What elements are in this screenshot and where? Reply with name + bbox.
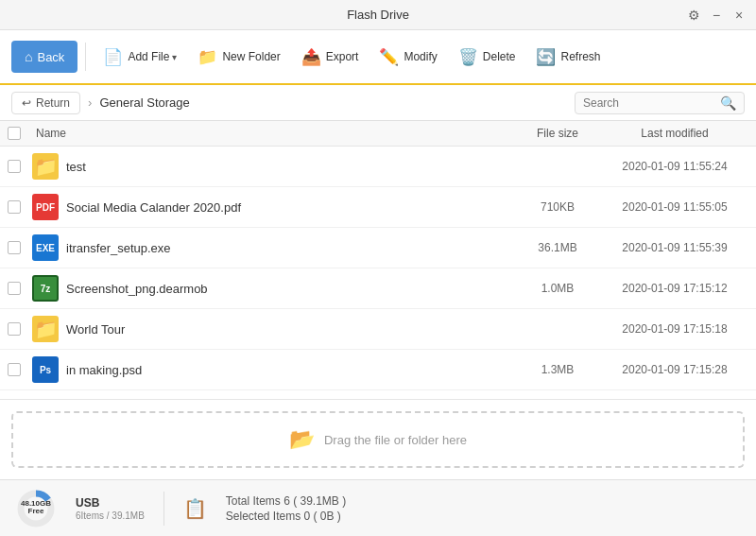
status-info-icon: 📋 [183,497,207,520]
status-bar: 48.10GB Free USB 6Items / 39.1MB 📋 Total… [0,479,756,536]
file-name: Social Media Calander 2020.pdf [66,200,241,215]
return-button[interactable]: ↩ Return [11,92,80,114]
home-icon: ⌂ [25,49,32,64]
row-checkbox[interactable] [8,160,21,173]
file-icon: PDF [32,194,59,220]
drag-label: Drag the file or folder here [324,433,467,447]
delete-button[interactable]: 🗑️ Delete [449,43,525,72]
table-row[interactable]: 📁 test 2020-01-09 11:55:24 [0,147,756,187]
refresh-button[interactable]: 🔄 Refresh [526,43,610,72]
modify-button[interactable]: ✏️ Modify [369,43,446,72]
file-name: in making.psd [66,363,142,377]
file-modified: 2020-01-09 11:55:05 [605,200,756,214]
table-row[interactable]: 📁 World Tour 2020-01-09 17:15:18 [0,309,756,350]
export-button[interactable]: 📤 Export [292,43,369,72]
breadcrumb-path: General Storage [99,95,189,110]
file-rows: 📁 test 2020-01-09 11:55:24 PDF Social Me… [0,147,756,390]
table-row[interactable]: EXE itransfer_setup.exe 36.1MB 2020-01-0… [0,228,756,268]
toolbar-separator [85,43,86,71]
nav-bar: ↩ Return › General Storage 🔍 [0,85,756,121]
file-icon: EXE [32,234,59,261]
add-file-button[interactable]: 📄 Add File ▾ [94,43,186,72]
file-size: 1.0MB [510,282,605,295]
file-modified: 2020-01-09 17:15:12 [605,282,756,295]
file-modified: 2020-01-09 17:15:28 [605,363,756,376]
row-checkbox[interactable] [8,322,21,336]
select-all-checkbox[interactable] [8,127,21,140]
table-header: Name File size Last modified [0,121,756,147]
file-name: itransfer_setup.exe [66,241,171,255]
delete-icon: 🗑️ [458,47,478,67]
search-icon: 🔍 [720,95,736,111]
new-folder-icon: 📁 [198,47,217,67]
table-row[interactable]: 7z Screenshot_png.dearmob 1.0MB 2020-01-… [0,268,756,309]
minimize-icon[interactable]: − [709,8,724,23]
file-table-container: Name File size Last modified 📁 test 2020… [0,121,756,399]
title-bar: Flash Drive ⚙ − × [0,0,756,30]
breadcrumb-separator: › [88,95,92,110]
row-checkbox[interactable] [8,282,21,295]
add-file-icon: 📄 [103,47,123,67]
refresh-icon: 🔄 [536,47,556,67]
toolbar: ⌂ Back 📄 Add File ▾ 📁 New Folder 📤 Expor… [0,30,756,85]
file-name: Screenshot_png.dearmob [66,282,208,296]
drag-folder-icon: 📂 [289,427,315,452]
dropdown-arrow-icon: ▾ [172,52,177,62]
drag-inner[interactable]: 📂 Drag the file or folder here [11,411,745,468]
toolbar-actions: 📄 Add File ▾ 📁 New Folder 📤 Export ✏️ Mo… [94,43,745,72]
total-items: Total Items 6 ( 39.1MB ) [226,494,346,508]
file-icon: 📁 [32,153,59,180]
disk-size-label: 48.10GB Free [21,500,51,517]
file-icon: 7z [32,275,59,302]
modify-icon: ✏️ [379,47,399,67]
disk-usage-chart: 48.10GB Free [15,488,57,529]
new-folder-button[interactable]: 📁 New Folder [188,43,289,72]
file-name: test [66,160,86,174]
file-size: 710KB [510,200,605,214]
row-checkbox[interactable] [8,363,21,376]
column-header-size: File size [510,127,605,140]
search-box[interactable]: 🔍 [575,92,745,114]
drag-zone: 📂 Drag the file or folder here [0,399,756,479]
status-separator [163,492,164,526]
file-size: 1.3MB [510,363,605,376]
file-size: 36.1MB [510,241,605,254]
window-controls: ⚙ − × [686,8,747,23]
row-checkbox[interactable] [8,200,21,214]
table-row[interactable]: Ps in making.psd 1.3MB 2020-01-09 17:15:… [0,350,756,390]
table-row[interactable]: PDF Social Media Calander 2020.pdf 710KB… [0,187,756,228]
app-title: Flash Drive [347,8,409,22]
file-name: World Tour [66,322,125,337]
file-icon: Ps [32,356,59,383]
disk-name: USB [76,496,145,510]
column-header-modified: Last modified [605,127,756,140]
settings-icon[interactable]: ⚙ [686,8,701,23]
return-icon: ↩ [22,96,31,110]
status-text: Total Items 6 ( 39.1MB ) Selected Items … [226,494,346,523]
file-modified: 2020-01-09 11:55:24 [605,160,756,173]
file-modified: 2020-01-09 11:55:39 [605,241,756,254]
back-button[interactable]: ⌂ Back [11,41,77,73]
search-input[interactable] [583,96,716,110]
file-modified: 2020-01-09 17:15:18 [605,322,756,336]
disk-sub: 6Items / 39.1MB [76,510,145,521]
export-icon: 📤 [301,47,321,67]
column-header-name: Name [28,127,510,140]
close-icon[interactable]: × [731,8,747,23]
row-checkbox[interactable] [8,241,21,254]
file-icon: 📁 [32,316,59,342]
disk-info: USB 6Items / 39.1MB [76,496,145,521]
selected-items: Selected Items 0 ( 0B ) [226,510,346,523]
